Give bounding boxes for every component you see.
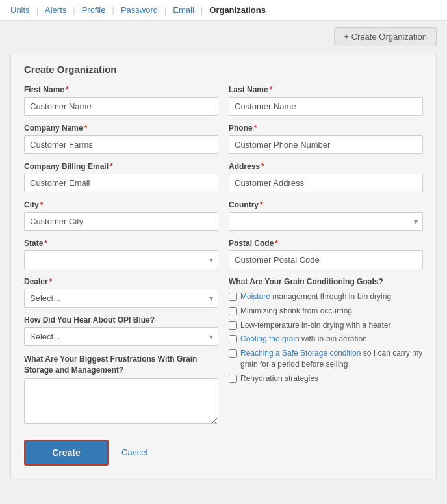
billing-email-group: Company Billing Email*: [24, 162, 218, 192]
country-required: *: [260, 200, 263, 209]
billing-email-input[interactable]: [24, 174, 218, 192]
company-name-input[interactable]: [24, 135, 218, 154]
country-select-wrapper: [229, 212, 423, 231]
name-row: First Name* Last Name*: [24, 85, 423, 116]
state-postal-row: State* Postal Code*: [24, 239, 423, 269]
goals-title: What Are Your Grain Conditioning Goals?: [229, 277, 423, 286]
header-bar: + Create Organization: [0, 21, 447, 53]
goals-column: What Are Your Grain Conditioning Goals? …: [229, 277, 423, 384]
billing-email-required: *: [110, 162, 113, 171]
goal-label-3: Low-temperature in-bin drying with a hea…: [240, 320, 390, 331]
address-required: *: [261, 162, 264, 171]
dealer-select-wrapper: Select...: [24, 289, 218, 308]
nav-organizations[interactable]: Organizations: [203, 5, 272, 15]
goal-checkbox-1[interactable]: [229, 293, 237, 301]
address-group: Address*: [229, 162, 423, 192]
nav-alerts[interactable]: Alerts: [38, 5, 73, 15]
dealer-goals-section: Dealer* Select... How Did You Hear About…: [24, 277, 423, 424]
how-did-you-hear-select[interactable]: Select...: [24, 327, 218, 346]
last-name-group: Last Name*: [229, 85, 423, 116]
goal-label-5: Reaching a Safe Storage condition so I c…: [240, 348, 423, 370]
last-name-input[interactable]: [229, 97, 423, 116]
dealer-label: Dealer*: [24, 277, 218, 286]
goal-label-2: Minimizing shrink from occurring: [240, 306, 352, 317]
country-select[interactable]: [229, 212, 423, 231]
phone-input[interactable]: [229, 135, 423, 154]
first-name-group: First Name*: [24, 85, 218, 116]
postal-code-group: Postal Code*: [229, 239, 423, 269]
dealer-left-column: Dealer* Select... How Did You Hear About…: [24, 277, 218, 424]
goal-checkbox-4[interactable]: [229, 335, 237, 343]
company-name-required: *: [84, 124, 88, 133]
goal-item-4: Cooling the grain with in-bin aeration: [229, 334, 423, 345]
form-title: Create Organization: [24, 64, 423, 75]
postal-code-required: *: [275, 239, 278, 248]
company-name-label: Company Name*: [24, 124, 218, 133]
create-organization-form: Create Organization First Name* Last Nam…: [10, 53, 437, 479]
nav-email[interactable]: Email: [166, 5, 201, 15]
state-group: State*: [24, 239, 218, 269]
create-organization-button[interactable]: + Create Organization: [334, 27, 437, 46]
city-country-row: City* Country*: [24, 200, 423, 231]
company-name-group: Company Name*: [24, 124, 218, 154]
cancel-button[interactable]: Cancel: [121, 447, 147, 457]
frustrations-label: What Are Your Biggest Frustrations With …: [24, 354, 218, 376]
postal-code-input[interactable]: [229, 250, 423, 269]
city-group: City*: [24, 200, 218, 231]
goal-item-3: Low-temperature in-bin drying with a hea…: [229, 320, 423, 331]
how-did-you-hear-label: How Did You Hear About OPI Blue?: [24, 315, 218, 325]
state-select-wrapper: [24, 250, 218, 269]
goal-checkbox-5[interactable]: [229, 349, 237, 358]
goal-checkbox-6[interactable]: [229, 375, 237, 383]
last-name-required: *: [270, 85, 273, 94]
dealer-group: Dealer* Select...: [24, 277, 218, 308]
frustrations-group: What Are Your Biggest Frustrations With …: [24, 354, 218, 424]
address-label: Address*: [229, 162, 423, 171]
country-label: Country*: [229, 200, 423, 209]
address-input[interactable]: [229, 174, 423, 192]
first-name-input[interactable]: [24, 97, 218, 116]
billing-email-label: Company Billing Email*: [24, 162, 218, 171]
create-button[interactable]: Create: [24, 440, 109, 466]
goal-label-1: Moisture management through in-bin dryin…: [240, 291, 391, 302]
goal-item-2: Minimizing shrink from occurring: [229, 306, 423, 317]
city-input[interactable]: [24, 212, 218, 231]
frustrations-textarea[interactable]: [24, 378, 218, 424]
goal-item-5: Reaching a Safe Storage condition so I c…: [229, 348, 423, 370]
country-group: Country*: [229, 200, 423, 231]
email-address-row: Company Billing Email* Address*: [24, 162, 423, 192]
state-required: *: [44, 239, 47, 248]
how-did-you-hear-group: How Did You Hear About OPI Blue? Select.…: [24, 315, 218, 346]
first-name-required: *: [66, 85, 69, 94]
goal-item-6: Rehydration strategies: [229, 373, 423, 384]
top-navigation: Units | Alerts | Profile | Password | Em…: [0, 0, 447, 21]
nav-profile[interactable]: Profile: [75, 5, 112, 15]
goal-label-6: Rehydration strategies: [240, 373, 318, 384]
goal-checkbox-2[interactable]: [229, 307, 237, 315]
company-phone-row: Company Name* Phone*: [24, 124, 423, 154]
first-name-label: First Name*: [24, 85, 218, 94]
state-select[interactable]: [24, 250, 218, 269]
city-required: *: [40, 200, 44, 209]
goal-checkbox-3[interactable]: [229, 321, 237, 330]
phone-required: *: [254, 124, 257, 133]
last-name-label: Last Name*: [229, 85, 423, 94]
how-did-you-hear-select-wrapper: Select...: [24, 327, 218, 346]
dealer-select[interactable]: Select...: [24, 289, 218, 308]
phone-label: Phone*: [229, 124, 423, 133]
dealer-required: *: [49, 277, 53, 286]
goal-item-1: Moisture management through in-bin dryin…: [229, 291, 423, 302]
state-label: State*: [24, 239, 218, 248]
form-actions: Create Cancel: [24, 434, 423, 466]
nav-units[interactable]: Units: [10, 5, 36, 15]
nav-password[interactable]: Password: [114, 5, 164, 15]
goals-list: Moisture management through in-bin dryin…: [229, 291, 423, 384]
phone-group: Phone*: [229, 124, 423, 154]
goal-label-4: Cooling the grain with in-bin aeration: [240, 334, 367, 345]
city-label: City*: [24, 200, 218, 209]
postal-code-label: Postal Code*: [229, 239, 423, 248]
